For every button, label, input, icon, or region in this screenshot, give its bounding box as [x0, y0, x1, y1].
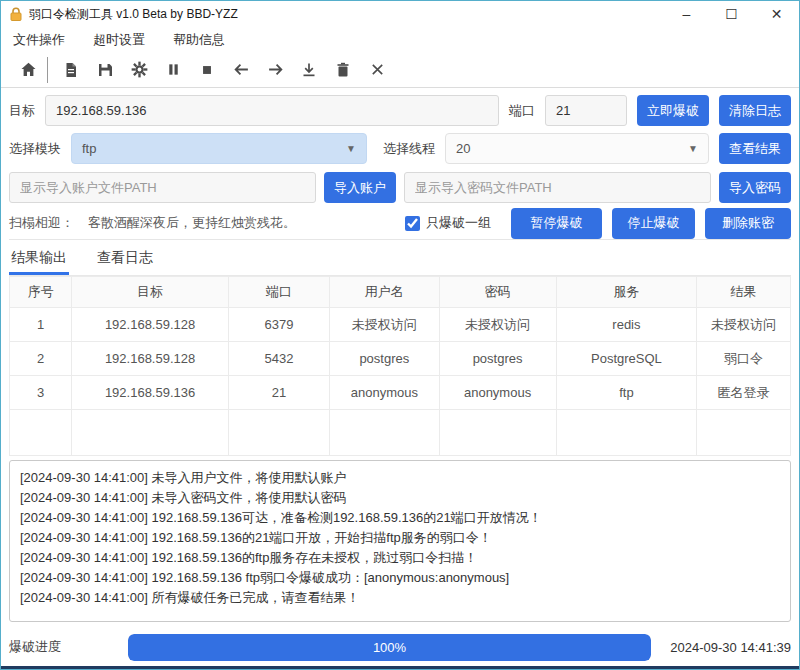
toolbar-settings-button[interactable] [122, 55, 156, 85]
password-path-input[interactable] [404, 172, 711, 203]
menu-bar: 文件操作 超时设置 帮助信息 [1, 27, 799, 52]
cell-index: 3 [10, 376, 72, 410]
pause-crack-button[interactable]: 暂停爆破 [511, 208, 602, 239]
import-row: 导入账户 导入密码 [9, 172, 791, 203]
cell-username: 未授权访问 [330, 308, 439, 342]
only-one-group-option: 只爆破一组 [405, 214, 491, 232]
quote-label: 扫榻相迎： [9, 215, 74, 230]
chevron-down-icon: ▼ [688, 143, 698, 154]
import-account-button[interactable]: 导入账户 [324, 172, 396, 203]
threads-select-value: 20 [456, 141, 470, 156]
tab-bar: 结果输出 查看日志 [9, 242, 791, 276]
cell-result: 匿名登录 [697, 376, 791, 410]
col-header-password: 密码 [439, 277, 556, 308]
close-button[interactable]: ✕ [754, 1, 799, 27]
main-content: 目标 端口 立即爆破 清除日志 选择模块 ftp ▼ 选择线程 20 ▼ 查看结… [1, 88, 799, 628]
only-one-group-checkbox[interactable] [405, 216, 420, 231]
cell-port: 21 [228, 376, 330, 410]
cell-password: anonymous [439, 376, 556, 410]
target-row: 目标 端口 立即爆破 清除日志 [9, 95, 791, 126]
log-line: [2024-09-30 14:41:00] 192.168.59.136的ftp… [20, 548, 780, 568]
cell-target: 192.168.59.136 [72, 376, 228, 410]
log-line: [2024-09-30 14:41:00] 192.168.59.136可达，准… [20, 508, 780, 528]
module-select[interactable]: ftp ▼ [71, 133, 367, 164]
cell-service: redis [556, 308, 697, 342]
tab-view-log[interactable]: 查看日志 [95, 242, 155, 275]
col-header-index: 序号 [10, 277, 72, 308]
home-icon [20, 61, 37, 78]
progress-value: 100% [373, 640, 406, 655]
maximize-button[interactable]: ☐ [709, 1, 754, 27]
quote-text: 扫榻相迎：客散酒醒深夜后，更持红烛赏残花。 [9, 214, 296, 232]
app-lock-icon [8, 6, 24, 22]
toolbar [1, 52, 799, 88]
minimize-button[interactable]: – [664, 1, 709, 27]
settings-icon [131, 61, 148, 78]
log-line: [2024-09-30 14:41:00] 未导入密码文件，将使用默认密码 [20, 488, 780, 508]
window-bottom-border [1, 666, 799, 669]
col-header-port: 端口 [228, 277, 330, 308]
crack-now-button[interactable]: 立即爆破 [637, 95, 709, 126]
cell-index: 2 [10, 342, 72, 376]
stop-icon [200, 63, 214, 77]
toolbar-stop-button[interactable] [190, 55, 224, 85]
toolbar-save-button[interactable] [88, 55, 122, 85]
app-window: 弱口令检测工具 v1.0 Beta by BBD-YZZ – ☐ ✕ 文件操作 … [0, 0, 800, 670]
toolbar-forward-button[interactable] [258, 55, 292, 85]
cell-port: 5432 [228, 342, 330, 376]
module-select-value: ftp [82, 141, 96, 156]
status-timestamp: 2024-09-30 14:41:39 [663, 640, 791, 655]
module-row: 选择模块 ftp ▼ 选择线程 20 ▼ 查看结果 [9, 133, 791, 164]
log-line: [2024-09-30 14:41:00] 192.168.59.136的21端… [20, 528, 780, 548]
trash-icon [335, 62, 351, 78]
cell-service: ftp [556, 376, 697, 410]
cell-username: anonymous [330, 376, 439, 410]
table-row[interactable]: 3 192.168.59.136 21 anonymous anonymous … [10, 376, 791, 410]
account-path-input[interactable] [9, 172, 316, 203]
progress-bar: 100% [128, 634, 651, 661]
module-label: 选择模块 [9, 140, 61, 158]
cell-index: 1 [10, 308, 72, 342]
target-input[interactable] [45, 95, 499, 126]
clear-log-button[interactable]: 清除日志 [719, 95, 791, 126]
chevron-down-icon: ▼ [346, 143, 356, 154]
toolbar-home-button[interactable] [11, 55, 45, 85]
toolbar-separator [47, 57, 48, 83]
stop-crack-button[interactable]: 停止爆破 [612, 208, 695, 239]
menu-help-info[interactable]: 帮助信息 [173, 31, 225, 49]
threads-label: 选择线程 [383, 140, 435, 158]
menu-file-operations[interactable]: 文件操作 [13, 31, 65, 49]
status-bar: 爆破进度 100% 2024-09-30 14:41:39 [1, 628, 799, 666]
cell-password: 未授权访问 [439, 308, 556, 342]
toolbar-file-button[interactable] [54, 55, 88, 85]
log-output[interactable]: [2024-09-30 14:41:00] 未导入用户文件，将使用默认账户 [2… [9, 460, 791, 622]
action-row: 扫榻相迎：客散酒醒深夜后，更持红烛赏残花。 只爆破一组 暂停爆破 停止爆破 删除… [9, 211, 791, 240]
threads-select[interactable]: 20 ▼ [445, 133, 709, 164]
toolbar-close-button[interactable] [360, 55, 394, 85]
save-icon [97, 62, 113, 78]
delete-credentials-button[interactable]: 删除账密 [705, 208, 791, 239]
table-row[interactable]: 1 192.168.59.128 6379 未授权访问 未授权访问 redis … [10, 308, 791, 342]
toolbar-download-button[interactable] [292, 55, 326, 85]
download-icon [301, 62, 317, 78]
file-icon [63, 62, 79, 78]
cell-password: postgres [439, 342, 556, 376]
pause-icon [166, 62, 181, 77]
port-input[interactable] [545, 95, 627, 126]
col-header-username: 用户名 [330, 277, 439, 308]
col-header-result: 结果 [697, 277, 791, 308]
log-line: [2024-09-30 14:41:00] 未导入用户文件，将使用默认账户 [20, 468, 780, 488]
cell-result: 弱口令 [697, 342, 791, 376]
log-line: [2024-09-30 14:41:00] 所有爆破任务已完成，请查看结果！ [20, 588, 780, 608]
toolbar-trash-button[interactable] [326, 55, 360, 85]
import-password-button[interactable]: 导入密码 [719, 172, 791, 203]
view-results-button[interactable]: 查看结果 [719, 133, 791, 164]
tab-results-output[interactable]: 结果输出 [9, 242, 69, 275]
cell-service: PostgreSQL [556, 342, 697, 376]
toolbar-back-button[interactable] [224, 55, 258, 85]
toolbar-pause-button[interactable] [156, 55, 190, 85]
cell-port: 6379 [228, 308, 330, 342]
table-row[interactable]: 2 192.168.59.128 5432 postgres postgres … [10, 342, 791, 376]
cell-target: 192.168.59.128 [72, 342, 228, 376]
menu-timeout-settings[interactable]: 超时设置 [93, 31, 145, 49]
